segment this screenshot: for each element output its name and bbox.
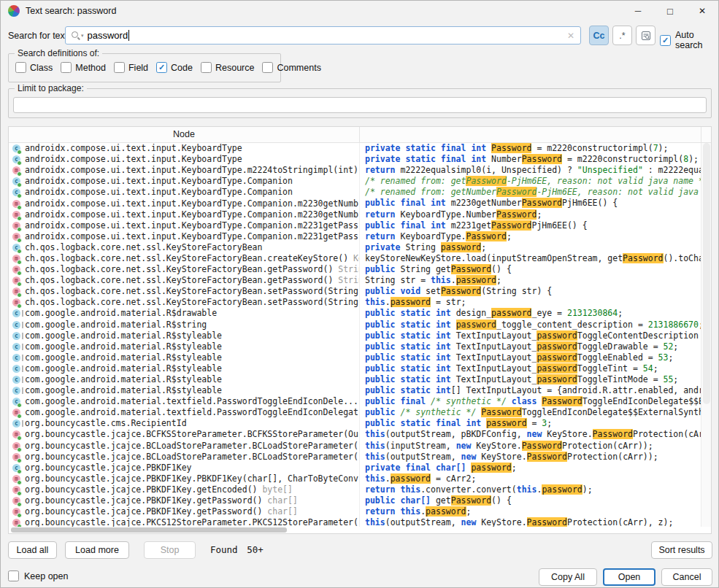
node-text: com.google.android.material.textfield.Pa… <box>25 396 358 407</box>
horizontal-scrollbar-thumb[interactable] <box>11 527 287 533</box>
table-row[interactable]: ccom.google.android.material.textfield.P… <box>9 396 701 407</box>
table-row[interactable]: mch.qos.logback.core.net.ssl.KeyStoreFac… <box>9 297 701 308</box>
title-bar: Text search: password ─ □ ✕ <box>1 1 718 21</box>
copy-all-button[interactable]: Copy All <box>539 568 597 586</box>
node-text: com.google.android.material.R$styleable <box>25 352 222 363</box>
table-row[interactable]: mch.qos.logback.core.net.ssl.KeyStoreFac… <box>9 286 701 297</box>
code-token: PjHm6EE() { <box>531 220 587 231</box>
table-row[interactable]: candroidx.compose.ui.text.input.Keyboard… <box>9 154 701 165</box>
table-row[interactable]: mch.qos.logback.core.net.ssl.KeyStoreFac… <box>9 275 701 286</box>
clear-search-icon[interactable]: ✕ <box>567 31 580 41</box>
checkbox-box[interactable] <box>262 62 273 73</box>
checkbox-resource[interactable]: Resource <box>201 62 255 73</box>
cancel-button[interactable]: Cancel <box>661 568 712 586</box>
table-row[interactable]: morg.bouncycastle.jcajce.BCFKSStoreParam… <box>9 429 701 440</box>
table-row[interactable]: mandroidx.compose.ui.text.input.Keyboard… <box>9 198 701 209</box>
checkbox-box[interactable]: ✓ <box>660 35 671 46</box>
table-header[interactable]: Node <box>9 127 711 143</box>
code-preview: this(outputStream, pBKDFConfig, new KeyS… <box>360 429 701 440</box>
table-row[interactable]: mch.qos.logback.core.net.ssl.KeyStoreFac… <box>9 264 701 275</box>
checkbox-box[interactable] <box>201 62 212 73</box>
checkbox-box[interactable] <box>114 62 125 73</box>
match-highlight: Password <box>522 198 562 208</box>
node-text: androidx.compose.ui.text.input.KeyboardT… <box>25 154 242 165</box>
table-row[interactable]: morg.bouncycastle.jcajce.PBKDF1Key.getEn… <box>9 484 701 495</box>
code-token: TextInputLayout_ <box>456 341 537 352</box>
table-row[interactable]: ccom.google.android.material.R$styleable… <box>9 363 701 374</box>
match-highlight: Password <box>481 407 521 417</box>
table-row[interactable]: mch.qos.logback.core.net.ssl.KeyStoreFac… <box>9 253 701 264</box>
table-row[interactable]: morg.bouncycastle.jcajce.BCLoadStorePara… <box>9 452 701 463</box>
checkbox-method[interactable]: Method <box>61 62 106 73</box>
horizontal-scrollbar[interactable] <box>9 527 358 533</box>
checkbox-class[interactable]: Class <box>15 62 53 73</box>
table-row[interactable]: cch.qos.logback.core.net.ssl.KeyStoreFac… <box>9 242 701 253</box>
table-row[interactable]: morg.bouncycastle.jcajce.PBKDF1Key.PBKDF… <box>9 473 701 484</box>
table-row[interactable]: candroidx.compose.ui.text.input.Keyboard… <box>9 143 701 154</box>
table-row[interactable]: candroidx.compose.ui.text.input.Keyboard… <box>9 176 701 187</box>
regex-button[interactable]: .* <box>612 26 632 45</box>
load-more-button[interactable]: Load more <box>65 541 129 559</box>
node-cell: mandroidx.compose.ui.text.input.Keyboard… <box>9 220 360 231</box>
table-row[interactable]: morg.bouncycastle.jcajce.PBKDF1Key.getPa… <box>9 506 701 517</box>
table-row[interactable]: mandroidx.compose.ui.text.input.Keyboard… <box>9 220 701 231</box>
checkbox-field[interactable]: Field <box>114 62 148 73</box>
search-options-caret-icon[interactable]: ▾ <box>81 33 84 39</box>
table-row[interactable]: ccom.google.android.material.R$styleable… <box>9 330 701 341</box>
node-column-header[interactable]: Node <box>9 127 360 142</box>
table-row[interactable]: candroidx.compose.ui.text.input.Keyboard… <box>9 187 701 198</box>
table-row[interactable]: morg.bouncycastle.jcajce.PBKDF1Key.getPa… <box>9 495 701 506</box>
table-row[interactable]: corg.bouncycastle.jcajce.PBKDF1Keyprivat… <box>9 463 701 473</box>
node-text: com.google.android.material.textfield.Pa… <box>25 407 358 418</box>
node-cell: ccom.google.android.material.R$styleable <box>9 374 360 385</box>
search-icon[interactable] <box>71 31 80 40</box>
vertical-scrollbar-thumb[interactable] <box>703 143 710 404</box>
close-button[interactable]: ✕ <box>686 1 718 21</box>
auto-search-checkbox[interactable]: ✓ Auto search <box>660 30 718 50</box>
load-all-button[interactable]: Load all <box>8 541 57 559</box>
table-row[interactable]: morg.bouncycastle.jcajce.PKCS12StorePara… <box>9 517 701 527</box>
code-preview-button[interactable] <box>636 26 655 45</box>
code-preview: private final char[] password; <box>360 463 701 473</box>
checkbox-box[interactable] <box>8 570 19 581</box>
table-row[interactable]: mandroidx.compose.ui.text.input.Keyboard… <box>9 165 701 176</box>
node-cell: morg.bouncycastle.jcajce.PBKDF1Key.getPa… <box>9 506 360 517</box>
table-row[interactable]: mandroidx.compose.ui.text.input.Keyboard… <box>9 209 701 220</box>
table-row[interactable]: morg.bouncycastle.jcajce.BCLoadStorePara… <box>9 441 701 452</box>
table-row[interactable]: ccom.google.android.material.R$stringpub… <box>9 320 701 330</box>
code-preview: private static final int Password = m222… <box>360 143 701 154</box>
match-highlight: password <box>537 330 577 341</box>
node-cell: corg.bouncycastle.jcajce.PBKDF1Key <box>9 463 360 473</box>
table-row[interactable]: mandroidx.compose.ui.text.input.Keyboard… <box>9 231 701 242</box>
code-preview: public static int[] TextInputLayout = {a… <box>360 385 701 396</box>
checkbox-box[interactable] <box>61 62 72 73</box>
table-row[interactable]: corg.bouncycastle.cms.RecipientIdpublic … <box>9 418 701 429</box>
table-row[interactable]: ccom.google.android.material.R$styleable… <box>9 385 701 396</box>
checkbox-code[interactable]: ✓Code <box>156 62 193 73</box>
sort-results-button[interactable]: Sort results <box>651 541 712 559</box>
open-button[interactable]: Open <box>603 568 655 586</box>
checkbox-comments[interactable]: Comments <box>262 62 320 73</box>
code-token: 2131886670 <box>648 320 699 330</box>
checkbox-box[interactable]: ✓ <box>156 62 167 73</box>
table-row[interactable]: mcom.google.android.material.textfield.P… <box>9 407 701 418</box>
table-row[interactable]: ccom.google.android.material.R$drawablep… <box>9 308 701 319</box>
package-input[interactable] <box>13 97 707 113</box>
checkbox-label: Code <box>171 63 193 73</box>
table-row[interactable]: ccom.google.android.material.R$styleable… <box>9 374 701 385</box>
vertical-scrollbar[interactable] <box>701 143 711 527</box>
table-row[interactable]: ccom.google.android.material.R$styleable… <box>9 341 701 352</box>
method-icon: m <box>12 430 20 438</box>
method-icon: m <box>12 266 20 274</box>
maximize-button[interactable]: □ <box>654 1 686 21</box>
code-token: TextInputLayout_ <box>456 363 537 374</box>
code-column-header[interactable] <box>360 127 701 142</box>
minimize-button[interactable]: ─ <box>622 1 654 21</box>
match-case-button[interactable]: Cc <box>589 26 609 45</box>
checkbox-box[interactable] <box>15 62 26 73</box>
table-row[interactable]: ccom.google.android.material.R$styleable… <box>9 352 701 363</box>
method-icon: m <box>12 453 20 461</box>
keep-open-checkbox[interactable]: Keep open <box>8 570 68 581</box>
search-input[interactable]: ▾ password ✕ <box>65 26 581 45</box>
code-preview: public static int TextInputLayout_passwo… <box>360 330 701 341</box>
